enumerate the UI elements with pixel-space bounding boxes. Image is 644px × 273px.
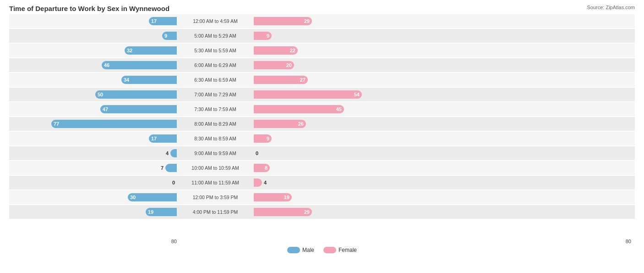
right-section: 9 [252, 134, 635, 143]
chart-row: 34 6:30 AM to 6:59 AM 27 [9, 73, 635, 87]
female-bar: 29 [254, 208, 312, 216]
right-section: 0 [252, 149, 635, 157]
right-section: 20 [252, 61, 635, 69]
axis-left-value: 80 [171, 239, 177, 244]
left-section: 9 [9, 32, 179, 40]
legend-male: Male [287, 247, 314, 253]
male-bar [165, 164, 177, 172]
female-bar: 8 [254, 164, 270, 172]
female-value-inside: 45 [334, 106, 344, 112]
female-value-inside: 9 [264, 33, 272, 39]
male-bar: 46 [102, 61, 177, 69]
chart-title: Time of Departure to Work by Sex in Wynn… [9, 5, 635, 12]
male-bar: 34 [121, 76, 177, 84]
chart-area: 17 12:00 AM to 4:59 AM 29 9 5:00 AM to 5… [9, 14, 635, 237]
male-bar: 50 [95, 90, 177, 99]
male-bar: 47 [100, 105, 177, 113]
male-value-inside: 30 [128, 195, 138, 200]
axis-row: 80 80 [9, 239, 635, 244]
female-value-inside: 19 [282, 195, 292, 200]
time-label: 12:00 AM to 4:59 AM [179, 18, 252, 24]
male-value-inside: 9 [162, 33, 169, 39]
male-swatch [287, 247, 300, 253]
female-bar: 22 [254, 46, 298, 55]
time-label: 5:30 AM to 5:59 AM [179, 48, 252, 53]
female-value-inside: 22 [288, 48, 298, 53]
chart-row: 0 11:00 AM to 11:59 AM 4 [9, 176, 635, 189]
time-label: 7:30 AM to 7:59 AM [179, 106, 252, 112]
chart-row: 7 10:00 AM to 10:59 AM 8 [9, 161, 635, 175]
female-bar: 54 [254, 90, 362, 99]
chart-row: 19 4:00 PM to 11:59 PM 29 [9, 205, 635, 219]
right-section: 8 [252, 164, 635, 172]
female-value-inside: 27 [298, 77, 308, 83]
time-label: 8:00 AM to 8:29 AM [179, 121, 252, 127]
male-value: 7 [161, 165, 165, 171]
left-section: 19 [9, 208, 179, 216]
axis-right-value: 80 [626, 239, 631, 244]
male-bar: 19 [146, 208, 177, 216]
female-value: 4 [262, 180, 267, 185]
chart-row: 46 6:00 AM to 6:29 AM 20 [9, 58, 635, 72]
female-value-inside: 9 [264, 136, 272, 141]
female-bar: 27 [254, 76, 308, 84]
male-value-inside: 32 [125, 48, 135, 53]
right-section: 4 [252, 178, 635, 187]
male-bar: 30 [128, 193, 177, 201]
female-value-inside: 29 [302, 18, 312, 24]
chart-row: 17 12:00 AM to 4:59 AM 29 [9, 14, 635, 28]
male-bar: 17 [149, 17, 177, 25]
female-value-inside: 20 [284, 62, 294, 68]
axis-left-label: 80 [9, 239, 179, 244]
chart-row: 47 7:30 AM to 7:59 AM 45 [9, 102, 635, 116]
time-label: 5:00 AM to 5:29 AM [179, 33, 252, 39]
male-bar: 77 [51, 120, 177, 128]
chart-container: Time of Departure to Work by Sex in Wynn… [0, 0, 644, 273]
right-section: 9 [252, 32, 635, 40]
male-value-inside: 17 [149, 18, 159, 24]
male-value-inside: 46 [102, 62, 112, 68]
source-text: Source: ZipAtlas.com [587, 5, 635, 10]
left-section: 7 [9, 164, 179, 172]
male-value-inside: 47 [100, 106, 110, 112]
left-section: 50 [9, 90, 179, 99]
chart-row: 4 9:00 AM to 9:59 AM 0 [9, 146, 635, 160]
right-section: 45 [252, 105, 635, 113]
axis-right-label: 80 [252, 239, 635, 244]
left-section: 46 [9, 61, 179, 69]
right-section: 29 [252, 208, 635, 216]
female-value-inside: 26 [296, 121, 306, 127]
time-label: 10:00 AM to 10:59 AM [179, 165, 252, 171]
right-section: 29 [252, 17, 635, 25]
left-section: 47 [9, 105, 179, 113]
female-bar: 29 [254, 17, 312, 25]
female-bar [254, 178, 262, 187]
chart-row: 17 8:30 AM to 8:59 AM 9 [9, 132, 635, 145]
female-value-inside: 8 [262, 165, 270, 171]
left-section: 32 [9, 46, 179, 55]
male-bar [170, 149, 177, 157]
female-value-inside: 29 [302, 209, 312, 215]
right-section: 27 [252, 76, 635, 84]
time-label: 12:00 PM to 3:59 PM [179, 195, 252, 200]
right-section: 54 [252, 90, 635, 99]
time-label: 7:00 AM to 7:29 AM [179, 92, 252, 97]
female-swatch [323, 247, 336, 253]
chart-row: 32 5:30 AM to 5:59 AM 22 [9, 44, 635, 57]
male-value-inside: 19 [146, 209, 156, 215]
left-section: 30 [9, 193, 179, 201]
time-label: 8:30 AM to 8:59 AM [179, 136, 252, 141]
male-value-inside: 77 [51, 121, 61, 127]
male-value: 0 [172, 180, 177, 185]
right-section: 19 [252, 193, 635, 201]
time-label: 6:30 AM to 6:59 AM [179, 77, 252, 83]
female-bar: 20 [254, 61, 294, 69]
left-section: 17 [9, 17, 179, 25]
right-section: 26 [252, 120, 635, 128]
male-bar: 17 [149, 134, 177, 143]
legend: Male Female [9, 247, 635, 253]
male-label: Male [302, 247, 314, 253]
female-value-inside: 54 [352, 92, 362, 97]
left-section: 34 [9, 76, 179, 84]
female-bar: 9 [254, 134, 272, 143]
